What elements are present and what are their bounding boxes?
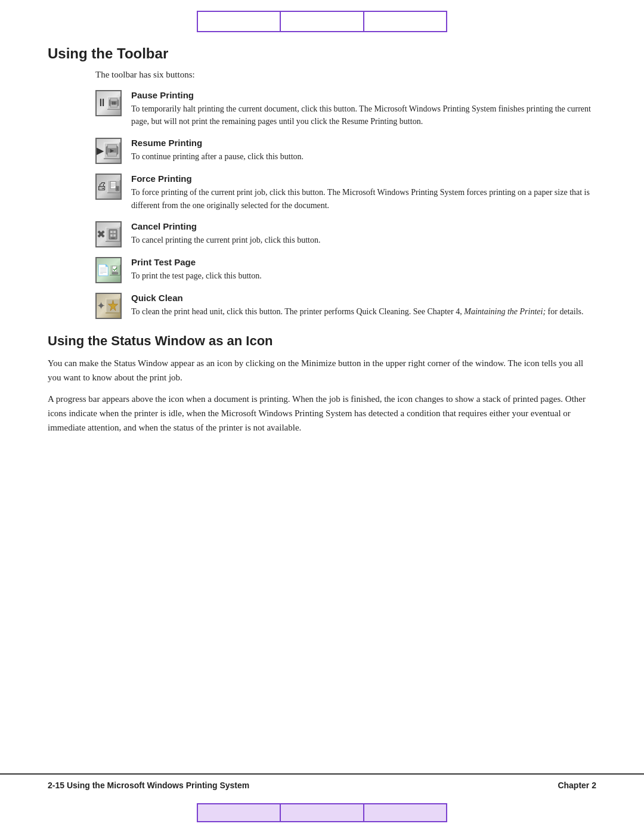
svg-rect-20 xyxy=(107,180,120,181)
page: Using the Toolbar The toolbar has six bu… xyxy=(0,0,644,833)
section2-para2: A progress bar appears above the icon wh… xyxy=(48,392,596,435)
svg-rect-38 xyxy=(113,231,116,233)
svg-rect-39 xyxy=(110,234,113,237)
svg-rect-43 xyxy=(110,265,120,265)
svg-rect-23 xyxy=(120,180,120,193)
bottom-nav-cell-2[interactable] xyxy=(281,804,364,821)
top-nav-cell-3[interactable] xyxy=(364,12,446,31)
footer-right: Chapter 2 xyxy=(558,781,596,790)
cancel-printing-title: Cancel Printing xyxy=(131,221,596,231)
toolbar-item-cancel: Cancel Printing To cancel printing the c… xyxy=(95,221,596,247)
cancel-printing-desc: To cancel printing the current print job… xyxy=(131,234,596,247)
force-printing-icon xyxy=(95,174,122,200)
print-test-page-title: Print Test Page xyxy=(131,257,596,267)
svg-rect-3 xyxy=(107,109,120,109)
top-nav-cell-1[interactable] xyxy=(198,12,281,31)
svg-rect-50 xyxy=(106,299,120,299)
top-nav-bar-inner xyxy=(197,11,447,32)
pause-printing-title: Pause Printing xyxy=(131,90,596,100)
resume-printing-title: Resume Printing xyxy=(131,138,596,148)
top-nav-bar xyxy=(0,0,644,39)
svg-rect-11 xyxy=(104,143,120,144)
svg-rect-7 xyxy=(110,104,117,107)
svg-rect-9 xyxy=(114,101,116,104)
quick-clean-icon xyxy=(95,293,122,319)
footer-left: 2-15 Using the Microsoft Windows Printin… xyxy=(48,781,249,790)
quick-clean-desc: To clean the print head unit, click this… xyxy=(131,305,596,318)
svg-rect-1 xyxy=(107,97,120,97)
toolbar-item-force-content: Force Printing To force printing of the … xyxy=(131,174,596,212)
force-printing-title: Force Printing xyxy=(131,174,596,184)
top-nav-cell-2[interactable] xyxy=(281,12,364,31)
toolbar-item-test-content: Print Test Page To print the test page, … xyxy=(131,257,596,283)
svg-rect-16 xyxy=(108,144,117,148)
toolbar-items-list: Pause Printing To temporarily halt print… xyxy=(95,90,596,320)
svg-rect-32 xyxy=(106,227,120,228)
section1-title: Using the Toolbar xyxy=(48,45,596,62)
svg-rect-44 xyxy=(110,265,110,275)
svg-rect-40 xyxy=(113,234,116,237)
bottom-nav-bar-inner xyxy=(197,803,447,822)
toolbar-item-resume: Resume Printing To continue printing aft… xyxy=(95,138,596,164)
toolbar-item-test: Print Test Page To print the test page, … xyxy=(95,257,596,283)
svg-rect-22 xyxy=(107,193,120,193)
section1-intro: The toolbar has six buttons: xyxy=(95,68,596,82)
toolbar-item-resume-content: Resume Printing To continue printing aft… xyxy=(131,138,596,163)
svg-rect-4 xyxy=(120,97,120,110)
print-test-page-desc: To print the test page, click this butto… xyxy=(131,270,596,283)
resume-printing-icon xyxy=(95,138,122,164)
svg-rect-33 xyxy=(106,227,106,242)
svg-rect-45 xyxy=(110,275,120,275)
bottom-nav-cell-1[interactable] xyxy=(198,804,281,821)
toolbar-item-pause-content: Pause Printing To temporarily halt print… xyxy=(131,90,596,128)
svg-rect-30 xyxy=(117,187,119,190)
cancel-printing-icon xyxy=(95,221,122,247)
svg-rect-35 xyxy=(120,227,120,242)
svg-rect-48 xyxy=(112,272,118,274)
section2-para1: You can make the Status Window appear as… xyxy=(48,356,596,385)
pause-printing-icon xyxy=(95,90,122,116)
svg-rect-53 xyxy=(120,299,120,314)
svg-rect-21 xyxy=(107,180,108,193)
svg-rect-34 xyxy=(106,241,120,241)
svg-rect-24 xyxy=(110,181,116,188)
svg-rect-8 xyxy=(112,101,113,104)
svg-rect-17 xyxy=(108,152,117,156)
svg-rect-52 xyxy=(106,312,120,313)
print-test-page-icon xyxy=(95,257,122,283)
toolbar-item-pause: Pause Printing To temporarily halt print… xyxy=(95,90,596,128)
bottom-nav-bar xyxy=(0,796,644,833)
svg-rect-12 xyxy=(104,143,105,159)
toolbar-item-clean-content: Quick Clean To clean the print head unit… xyxy=(131,293,596,318)
section2-title: Using the Status Window as an Icon xyxy=(48,333,596,349)
svg-rect-2 xyxy=(107,97,108,110)
main-content: Using the Toolbar The toolbar has six bu… xyxy=(0,39,644,773)
page-footer: 2-15 Using the Microsoft Windows Printin… xyxy=(0,773,644,796)
toolbar-item-force: Force Printing To force printing of the … xyxy=(95,174,596,212)
bottom-nav-cell-3[interactable] xyxy=(364,804,446,821)
svg-rect-46 xyxy=(120,265,120,275)
force-printing-desc: To force printing of the current print j… xyxy=(131,186,596,212)
quick-clean-title: Quick Clean xyxy=(131,293,596,303)
svg-rect-6 xyxy=(110,98,117,101)
resume-printing-desc: To continue printing after a pause, clic… xyxy=(131,150,596,163)
pause-printing-desc: To temporarily halt printing the current… xyxy=(131,103,596,128)
svg-rect-51 xyxy=(106,299,106,314)
toolbar-item-cancel-content: Cancel Printing To cancel printing the c… xyxy=(131,221,596,247)
svg-rect-14 xyxy=(119,143,120,159)
toolbar-item-clean: Quick Clean To clean the print head unit… xyxy=(95,293,596,319)
svg-rect-41 xyxy=(112,237,115,239)
svg-rect-13 xyxy=(104,158,120,159)
svg-rect-37 xyxy=(110,231,113,233)
